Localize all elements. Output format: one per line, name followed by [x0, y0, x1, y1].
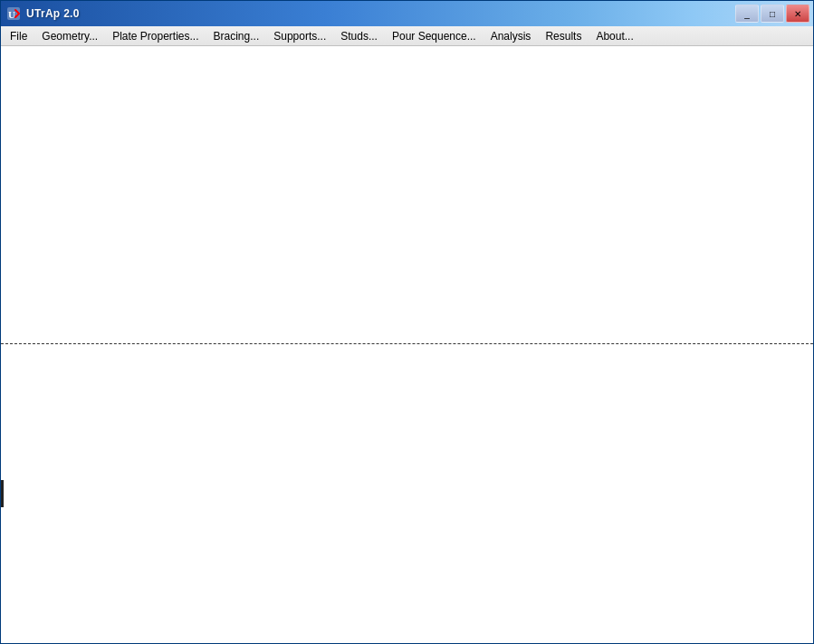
- menu-item-geometry[interactable]: Geometry...: [34, 28, 105, 44]
- window-controls: _ □ ✕: [735, 5, 809, 23]
- main-window: U UTrAp 2.0 _ □ ✕ FileGeometry...Plate P…: [0, 0, 814, 644]
- close-button[interactable]: ✕: [786, 5, 809, 23]
- app-icon: U: [6, 6, 21, 21]
- maximize-button[interactable]: □: [761, 5, 784, 23]
- menu-item-studs[interactable]: Studs...: [333, 28, 385, 44]
- menu-item-file[interactable]: File: [3, 28, 34, 44]
- minimize-button[interactable]: _: [735, 5, 759, 23]
- menu-item-supports[interactable]: Supports...: [266, 28, 333, 44]
- lower-panel: [1, 344, 813, 643]
- panel-marker: [1, 480, 4, 507]
- title-bar: U UTrAp 2.0 _ □ ✕: [1, 1, 813, 26]
- menu-bar: FileGeometry...Plate Properties...Bracin…: [1, 26, 813, 46]
- upper-panel: [1, 46, 813, 343]
- window-title: UTrAp 2.0: [26, 7, 80, 20]
- menu-item-pour-sequence[interactable]: Pour Sequence...: [385, 28, 484, 44]
- title-bar-left: U UTrAp 2.0: [6, 6, 80, 21]
- menu-item-results[interactable]: Results: [538, 28, 589, 44]
- main-content: [1, 46, 813, 643]
- menu-item-bracing[interactable]: Bracing...: [206, 28, 267, 44]
- menu-item-analysis[interactable]: Analysis: [484, 28, 539, 44]
- menu-item-plate-properties[interactable]: Plate Properties...: [105, 28, 206, 44]
- svg-text:U: U: [8, 9, 15, 20]
- menu-item-about[interactable]: About...: [589, 28, 640, 44]
